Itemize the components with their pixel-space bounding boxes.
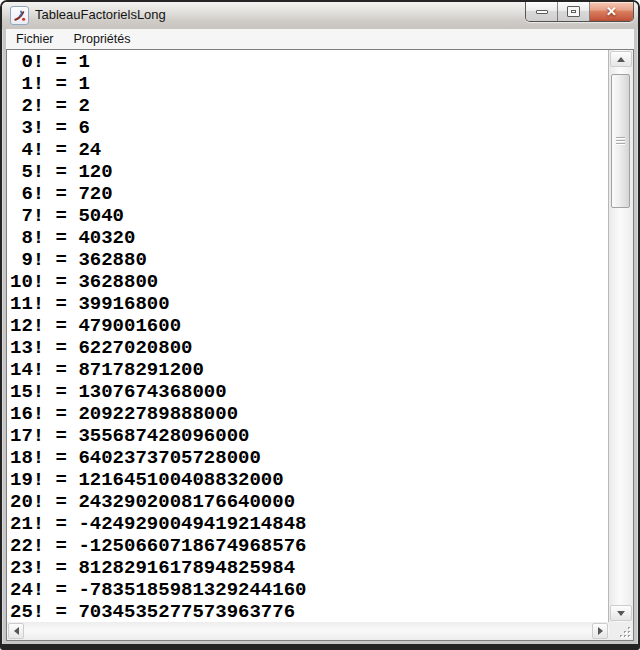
maximize-icon	[567, 6, 580, 17]
factorial-row: 8! = 40320	[10, 227, 608, 249]
minimize-icon	[536, 10, 548, 14]
menu-item-proprietes[interactable]: Propriétés	[64, 29, 141, 49]
resize-grip-icon[interactable]	[618, 625, 631, 638]
factorial-row: 2! = 2	[10, 95, 608, 117]
java-cup-icon	[10, 6, 29, 25]
factorial-row: 5! = 120	[10, 161, 608, 183]
factorial-list: 0! = 1 1! = 1 2! = 2 3! = 6 4! = 24 5! =…	[7, 50, 608, 622]
factorial-row: 15! = 1307674368000	[10, 381, 608, 403]
factorial-row: 3! = 6	[10, 117, 608, 139]
scroll-right-button[interactable]	[592, 623, 608, 639]
app-window: TableauFactorielsLong ✕ Fichier Propriét…	[0, 0, 640, 650]
maximize-button[interactable]	[558, 2, 590, 21]
factorial-row: 0! = 1	[10, 51, 608, 73]
factorial-row: 17! = 355687428096000	[10, 425, 608, 447]
menu-bar: Fichier Propriétés	[6, 29, 634, 49]
minimize-button[interactable]	[526, 2, 558, 21]
window-title: TableauFactorielsLong	[35, 2, 166, 29]
factorial-row: 20! = 2432902008176640000	[10, 491, 608, 513]
scrollbar-corner	[609, 622, 633, 640]
factorial-row: 23! = 8128291617894825984	[10, 557, 608, 579]
factorial-row: 9! = 362880	[10, 249, 608, 271]
factorial-row: 4! = 24	[10, 139, 608, 161]
factorial-row: 13! = 6227020800	[10, 337, 608, 359]
scroll-right-icon	[598, 627, 603, 635]
text-area[interactable]: 0! = 1 1! = 1 2! = 2 3! = 6 4! = 24 5! =…	[7, 50, 609, 622]
thumb-grip-icon	[616, 137, 625, 145]
factorial-row: 14! = 87178291200	[10, 359, 608, 381]
factorial-row: 18! = 6402373705728000	[10, 447, 608, 469]
title-bar[interactable]: TableauFactorielsLong ✕	[2, 2, 638, 29]
scroll-up-button[interactable]	[610, 51, 632, 67]
factorial-row: 12! = 479001600	[10, 315, 608, 337]
scroll-up-icon	[617, 57, 625, 62]
factorial-row: 1! = 1	[10, 73, 608, 95]
factorial-row: 19! = 121645100408832000	[10, 469, 608, 491]
scroll-down-button[interactable]	[610, 605, 632, 621]
factorial-row: 22! = -1250660718674968576	[10, 535, 608, 557]
scroll-down-icon	[617, 611, 625, 616]
factorial-row: 7! = 5040	[10, 205, 608, 227]
horizontal-scrollbar[interactable]	[7, 622, 609, 640]
factorial-row: 11! = 39916800	[10, 293, 608, 315]
scroll-left-icon	[14, 627, 19, 635]
menu-item-fichier[interactable]: Fichier	[6, 29, 64, 49]
factorial-row: 6! = 720	[10, 183, 608, 205]
factorial-row: 25! = 7034535277573963776	[10, 601, 608, 622]
factorial-row: 21! = -4249290049419214848	[10, 513, 608, 535]
scroll-pane: 0! = 1 1! = 1 2! = 2 3! = 6 4! = 24 5! =…	[6, 49, 634, 641]
factorial-row: 24! = -7835185981329244160	[10, 579, 608, 601]
window-controls: ✕	[525, 2, 634, 22]
close-button[interactable]: ✕	[590, 2, 633, 21]
factorial-row: 10! = 3628800	[10, 271, 608, 293]
close-icon: ✕	[606, 5, 617, 18]
vertical-scrollbar[interactable]	[609, 50, 633, 622]
vertical-scrollbar-thumb[interactable]	[611, 74, 630, 208]
factorial-row: 16! = 20922789888000	[10, 403, 608, 425]
screen: TableauFactorielsLong ✕ Fichier Propriét…	[0, 0, 640, 650]
scroll-left-button[interactable]	[8, 623, 24, 639]
